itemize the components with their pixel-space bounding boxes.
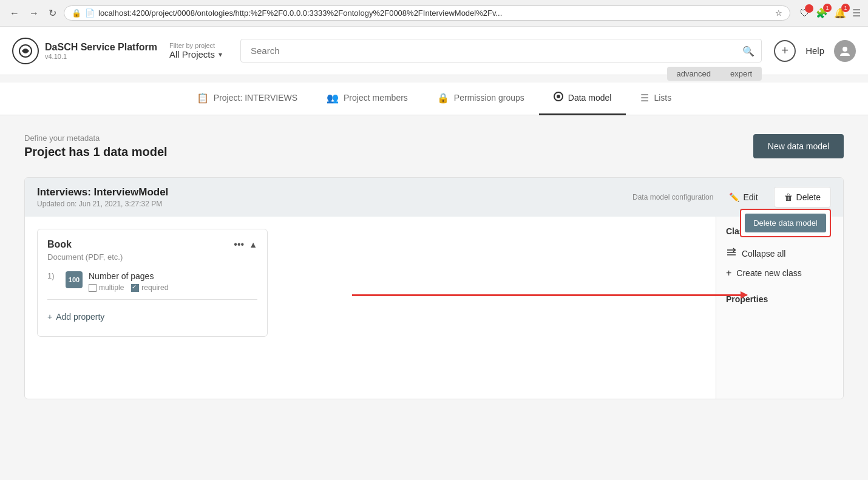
multiple-flag: multiple — [89, 283, 124, 292]
property-icon-100: 100 — [66, 271, 83, 288]
tab-project[interactable]: 📋 Project: INTERVIEWS — [182, 83, 312, 115]
edit-label: Edit — [743, 192, 758, 202]
collapse-all-icon — [726, 247, 737, 260]
bell-badge: 1 — [841, 4, 850, 12]
forward-button[interactable]: → — [27, 5, 41, 21]
back-button[interactable]: ← — [7, 5, 22, 21]
tab-lists-label: Lists — [654, 93, 671, 103]
class-item-header: Book ••• ▲ — [47, 239, 257, 250]
delete-dropdown: Delete data model — [740, 209, 831, 237]
tab-members-label: Project members — [344, 93, 408, 103]
required-label: required — [141, 283, 168, 292]
tab-datamodel[interactable]: Data model — [539, 82, 626, 115]
dm-card-header: Interviews: InterviewModel Updated on: J… — [25, 178, 843, 217]
divider — [47, 299, 257, 300]
project-icon: 📋 — [197, 92, 209, 104]
search-input[interactable] — [240, 39, 762, 63]
url-text: localhost:4200/project/0008/ontologies/h… — [98, 8, 771, 18]
dm-card-info: Interviews: InterviewModel Updated on: J… — [37, 186, 168, 208]
required-flag: required — [131, 283, 168, 292]
dm-card-updated: Updated on: Jun 21, 2021, 3:27:32 PM — [37, 200, 168, 208]
star-icon[interactable]: ☆ — [775, 8, 782, 18]
members-icon: 👥 — [327, 92, 339, 104]
multiple-label: multiple — [99, 283, 124, 292]
chevron-down-icon: ▾ — [219, 50, 222, 59]
datamodel-card: Interviews: InterviewModel Updated on: J… — [24, 177, 844, 399]
collapse-button[interactable]: ▲ — [249, 240, 257, 249]
delete-button[interactable]: 🗑 Delete — [774, 187, 831, 208]
tab-members[interactable]: 👥 Project members — [312, 83, 422, 115]
class-type: Document (PDF, etc.) — [47, 252, 257, 262]
datamodel-icon — [554, 92, 563, 104]
search-icon: 🔍 — [742, 45, 754, 56]
filter-select[interactable]: All Projects ▾ — [169, 49, 222, 59]
collapse-all-button[interactable]: Collapse all — [726, 243, 833, 264]
search-modes: advanced expert — [667, 67, 762, 81]
edit-button[interactable]: ✏️ Edit — [723, 189, 764, 206]
required-checkbox[interactable] — [131, 284, 139, 292]
plus-icon: + — [47, 312, 52, 322]
dm-subtitle: Define your metadata — [24, 134, 168, 143]
delete-popup: 🗑 Delete Delete data model — [774, 187, 831, 208]
class-name: Book — [47, 239, 72, 250]
puzzle-icon[interactable]: 🧩 1 — [816, 7, 828, 19]
right-sidebar: Classes Collapse all + Create new c — [716, 217, 843, 399]
help-button[interactable]: Help — [805, 46, 824, 56]
create-class-label: Create new class — [736, 268, 801, 278]
reload-button[interactable]: ↻ — [46, 5, 59, 21]
nav-tabs: 📋 Project: INTERVIEWS 👥 Project members … — [0, 83, 868, 115]
red-arrow-indicator — [352, 294, 747, 296]
svg-point-1 — [843, 47, 847, 52]
logo-icon — [12, 38, 39, 64]
main-content: Define your metadata Project has 1 data … — [0, 115, 868, 480]
dm-card-body: Book ••• ▲ Document (PDF, etc.) 1) 100 N… — [25, 217, 843, 399]
bell-icon[interactable]: 🔔 1 — [834, 7, 846, 19]
delete-label: Delete — [796, 192, 821, 202]
expert-search-button[interactable]: expert — [721, 67, 762, 81]
trash-icon: 🗑 — [784, 192, 793, 202]
app-version: v4.10.1 — [45, 53, 157, 60]
avatar[interactable] — [834, 40, 856, 62]
more-options-button[interactable]: ••• — [234, 239, 244, 250]
property-item: 1) 100 Number of pages multiple — [47, 271, 257, 292]
dm-config-label: Data model configuration — [632, 193, 713, 201]
dm-header: Define your metadata Project has 1 data … — [24, 134, 844, 159]
menu-icon[interactable]: ☰ — [852, 7, 861, 19]
filter-value: All Projects — [169, 49, 215, 59]
pencil-icon: ✏️ — [729, 192, 739, 202]
add-button[interactable]: + — [774, 40, 796, 62]
tab-lists[interactable]: ☰ Lists — [626, 83, 686, 115]
property-name: Number of pages — [89, 271, 257, 281]
dm-card-actions: Data model configuration ✏️ Edit 🗑 Delet… — [632, 187, 831, 208]
advanced-search-button[interactable]: advanced — [667, 67, 721, 81]
add-property-button[interactable]: + Add property — [47, 307, 104, 326]
puzzle-badge: 1 — [823, 4, 832, 12]
new-datamodel-button[interactable]: New data model — [753, 134, 844, 158]
tab-datamodel-label: Data model — [568, 93, 612, 103]
delete-confirm-button[interactable]: Delete data model — [745, 214, 826, 232]
browser-icons: 🛡 🧩 1 🔔 1 ☰ — [800, 7, 861, 19]
logo-text: DaSCH Service Platform v4.10.1 — [45, 42, 157, 60]
multiple-checkbox[interactable] — [89, 284, 97, 292]
tab-permissions[interactable]: 🔒 Permission groups — [422, 83, 539, 115]
logo-area: DaSCH Service Platform v4.10.1 — [12, 38, 157, 64]
shield-icon[interactable]: 🛡 — [800, 8, 810, 19]
security-icon: 🔒 — [72, 8, 81, 18]
filter-area[interactable]: Filter by project All Projects ▾ — [169, 42, 222, 59]
app-header: DaSCH Service Platform v4.10.1 Filter by… — [0, 27, 868, 75]
property-flags: multiple required — [89, 283, 257, 292]
address-bar[interactable]: 🔒 📄 localhost:4200/project/0008/ontologi… — [64, 5, 790, 21]
search-wrapper: 🔍 advanced expert — [240, 39, 762, 63]
dm-title: Project has 1 data model — [24, 145, 168, 159]
create-new-class-button[interactable]: + Create new class — [726, 264, 833, 282]
tab-project-label: Project: INTERVIEWS — [214, 93, 297, 103]
property-details: Number of pages multiple required — [89, 271, 257, 292]
plus-circle-icon: + — [726, 268, 731, 279]
dm-card-title: Interviews: InterviewModel — [37, 186, 168, 198]
property-num: 1) — [47, 271, 59, 280]
lists-icon: ☰ — [640, 92, 649, 104]
class-item: Book ••• ▲ Document (PDF, etc.) 1) 100 N… — [37, 229, 268, 337]
browser-chrome: ← → ↻ 🔒 📄 localhost:4200/project/0008/on… — [0, 0, 868, 27]
lock-icon: 🔒 — [437, 92, 449, 104]
tab-permissions-label: Permission groups — [454, 93, 524, 103]
